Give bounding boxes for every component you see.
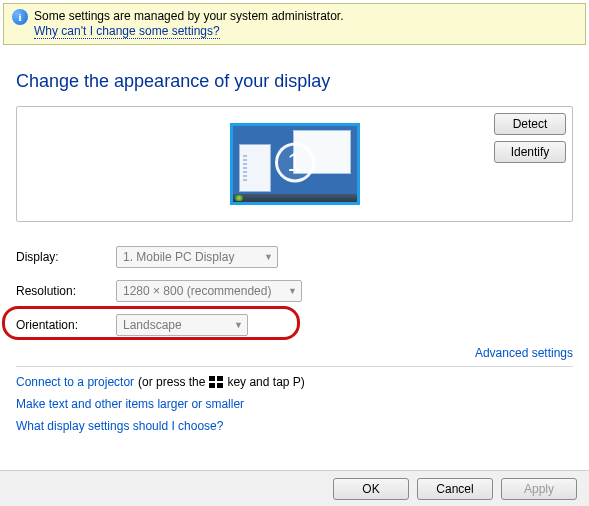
display-label: Display: bbox=[16, 250, 116, 264]
display-row: Display: 1. Mobile PC Display ▼ bbox=[16, 246, 573, 268]
identify-button[interactable]: Identify bbox=[494, 141, 566, 163]
display-preview: 1 Detect Identify bbox=[16, 106, 573, 222]
resolution-dropdown[interactable]: 1280 × 800 (recommended) ▼ bbox=[116, 280, 302, 302]
windows-logo-icon bbox=[209, 376, 223, 388]
footer: OK Cancel Apply bbox=[0, 470, 589, 506]
monitor-thumbnail[interactable]: 1 bbox=[230, 123, 360, 205]
resolution-label: Resolution: bbox=[16, 284, 116, 298]
divider bbox=[16, 366, 573, 367]
dpi-link[interactable]: Make text and other items larger or smal… bbox=[16, 397, 244, 411]
advanced-settings-link[interactable]: Advanced settings bbox=[16, 346, 573, 360]
orientation-dropdown[interactable]: Landscape ▼ bbox=[116, 314, 248, 336]
orientation-row: Orientation: Landscape ▼ bbox=[16, 314, 573, 336]
help-link[interactable]: What display settings should I choose? bbox=[16, 419, 223, 433]
chevron-down-icon: ▼ bbox=[283, 286, 297, 296]
display-dropdown[interactable]: 1. Mobile PC Display ▼ bbox=[116, 246, 278, 268]
projector-link-line: Connect to a projector (or press the key… bbox=[16, 375, 573, 389]
projector-hint-b: key and tap P) bbox=[227, 375, 304, 389]
projector-hint-a: (or press the bbox=[138, 375, 205, 389]
banner-message: Some settings are managed by your system… bbox=[34, 9, 343, 23]
admin-banner: i Some settings are managed by your syst… bbox=[3, 3, 586, 45]
ok-button[interactable]: OK bbox=[333, 478, 409, 500]
info-icon: i bbox=[12, 9, 28, 25]
chevron-down-icon: ▼ bbox=[259, 252, 273, 262]
orientation-label: Orientation: bbox=[16, 318, 116, 332]
page-title: Change the appearance of your display bbox=[16, 71, 573, 92]
chevron-down-icon: ▼ bbox=[229, 320, 243, 330]
monitor-number: 1 bbox=[275, 142, 315, 182]
detect-button[interactable]: Detect bbox=[494, 113, 566, 135]
connect-projector-link[interactable]: Connect to a projector bbox=[16, 375, 134, 389]
resolution-row: Resolution: 1280 × 800 (recommended) ▼ bbox=[16, 280, 573, 302]
cancel-button[interactable]: Cancel bbox=[417, 478, 493, 500]
banner-help-link[interactable]: Why can't I change some settings? bbox=[34, 24, 220, 39]
apply-button[interactable]: Apply bbox=[501, 478, 577, 500]
